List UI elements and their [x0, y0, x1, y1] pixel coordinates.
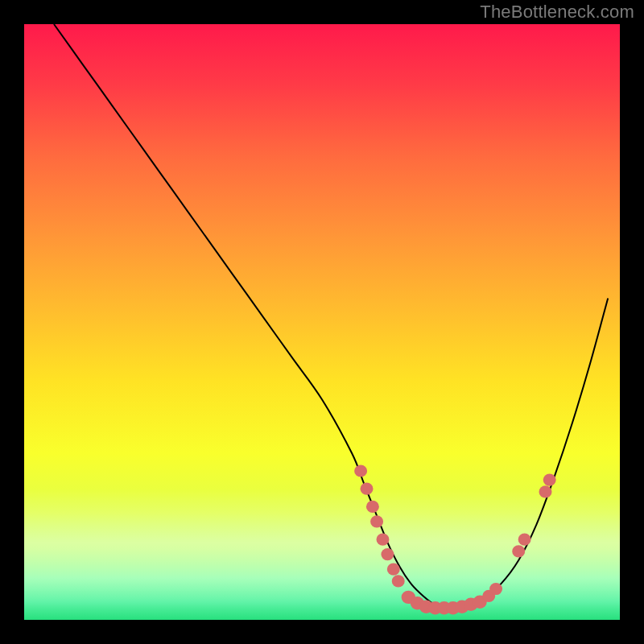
scatter-point	[366, 501, 379, 513]
scatter-point	[376, 534, 389, 546]
scatter-point	[539, 485, 552, 497]
scatter-point	[354, 464, 367, 477]
scatter-point	[543, 474, 556, 486]
scatter-point	[512, 545, 525, 557]
scatter-point	[392, 575, 405, 587]
glow-band	[24, 489, 620, 608]
chart-frame: TheBottleneck.com	[0, 0, 644, 644]
bottleneck-chart	[0, 0, 644, 644]
watermark-text: TheBottleneck.com	[480, 2, 634, 23]
scatter-point	[361, 483, 374, 495]
scatter-point	[489, 583, 502, 595]
scatter-point	[381, 548, 394, 560]
scatter-point	[518, 534, 531, 546]
scatter-point	[387, 564, 400, 576]
scatter-point	[370, 515, 383, 527]
